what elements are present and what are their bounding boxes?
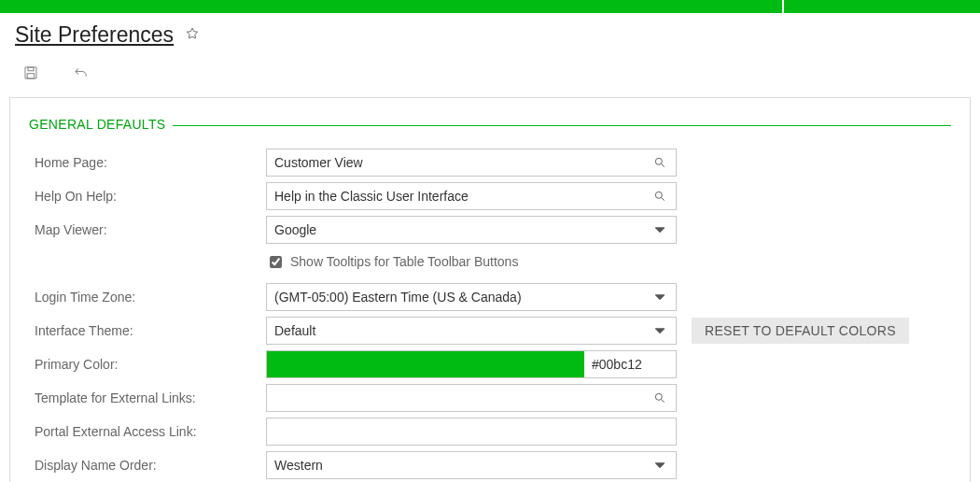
- search-icon[interactable]: [651, 190, 668, 203]
- row-interface-theme: Interface Theme: Default RESET TO DEFAUL…: [29, 315, 951, 347]
- row-show-tooltips: Show Tooltips for Table Toolbar Buttons: [29, 248, 951, 279]
- settings-panel: GENERAL DEFAULTS Home Page: Customer Vie…: [9, 97, 971, 482]
- chevron-down-icon[interactable]: [651, 326, 668, 335]
- label-interface-theme: Interface Theme:: [29, 323, 266, 338]
- svg-point-3: [655, 158, 662, 164]
- favorite-star-icon[interactable]: [185, 26, 200, 44]
- label-display-name: Display Name Order:: [29, 458, 266, 473]
- display-name-value: Western: [274, 458, 651, 473]
- svg-point-5: [655, 393, 662, 400]
- label-primary-color: Primary Color:: [29, 357, 266, 372]
- row-help-on-help: Help On Help: Help in the Classic User I…: [29, 180, 951, 212]
- display-name-select[interactable]: Western: [266, 451, 677, 479]
- map-viewer-select[interactable]: Google: [266, 216, 677, 244]
- primary-color-hex[interactable]: #00bc12: [584, 351, 676, 377]
- save-icon[interactable]: [22, 64, 39, 84]
- show-tooltips-label: Show Tooltips for Table Toolbar Buttons: [290, 254, 518, 269]
- show-tooltips-input[interactable]: [270, 256, 282, 268]
- map-viewer-value: Google: [274, 222, 651, 237]
- svg-rect-2: [27, 74, 35, 78]
- label-help-on-help: Help On Help:: [29, 189, 266, 204]
- primary-color-swatch[interactable]: [267, 351, 584, 377]
- template-ext-lookup[interactable]: [266, 384, 677, 412]
- label-login-tz: Login Time Zone:: [29, 290, 266, 305]
- portal-ext-input[interactable]: [266, 418, 677, 446]
- chevron-down-icon[interactable]: [651, 292, 668, 302]
- top-bar-segment: [0, 0, 782, 13]
- row-map-viewer: Map Viewer: Google: [29, 214, 951, 246]
- login-tz-select[interactable]: (GMT-05:00) Eastern Time (US & Canada): [266, 283, 677, 311]
- svg-point-4: [655, 191, 662, 198]
- row-display-name: Display Name Order: Western: [29, 449, 951, 481]
- label-home-page: Home Page:: [29, 155, 266, 170]
- interface-theme-select[interactable]: Default: [266, 317, 677, 345]
- top-bar-segment: [784, 0, 980, 13]
- primary-color-field[interactable]: #00bc12: [266, 350, 677, 378]
- chevron-down-icon[interactable]: [651, 225, 668, 234]
- section-rule: [173, 125, 951, 126]
- interface-theme-value: Default: [274, 323, 651, 338]
- label-portal-ext: Portal External Access Link:: [29, 424, 266, 439]
- search-icon[interactable]: [651, 156, 668, 169]
- row-portal-ext: Portal External Access Link:: [29, 416, 951, 447]
- show-tooltips-checkbox[interactable]: Show Tooltips for Table Toolbar Buttons: [266, 249, 677, 278]
- home-page-lookup[interactable]: Customer View: [266, 149, 677, 177]
- reset-colors-button[interactable]: RESET TO DEFAULT COLORS: [692, 318, 909, 344]
- section-title: GENERAL DEFAULTS: [29, 117, 165, 132]
- label-template-ext: Template for External Links:: [29, 390, 266, 405]
- row-home-page: Home Page: Customer View: [29, 147, 951, 178]
- search-icon[interactable]: [651, 391, 668, 404]
- row-template-ext: Template for External Links:: [29, 382, 951, 414]
- login-tz-value: (GMT-05:00) Eastern Time (US & Canada): [274, 290, 651, 305]
- chevron-down-icon[interactable]: [651, 461, 668, 470]
- row-primary-color: Primary Color: #00bc12: [29, 348, 951, 380]
- row-login-tz: Login Time Zone: (GMT-05:00) Eastern Tim…: [29, 281, 951, 313]
- page-title: Site Preferences: [15, 22, 174, 48]
- undo-icon[interactable]: [73, 64, 90, 84]
- svg-rect-1: [28, 67, 34, 71]
- app-top-bar: [0, 0, 980, 13]
- help-on-help-value: Help in the Classic User Interface: [274, 189, 651, 204]
- help-on-help-lookup[interactable]: Help in the Classic User Interface: [266, 182, 677, 210]
- label-map-viewer: Map Viewer:: [29, 222, 266, 237]
- home-page-value: Customer View: [274, 155, 651, 170]
